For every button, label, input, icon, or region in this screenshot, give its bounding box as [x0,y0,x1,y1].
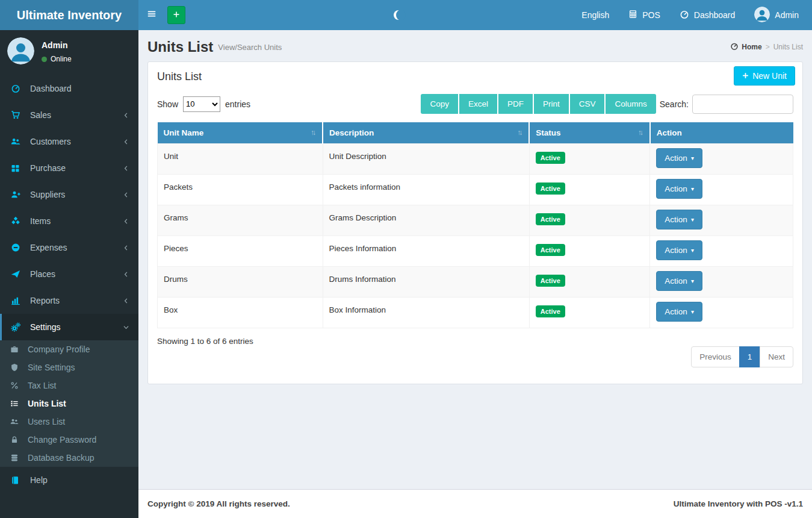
breadcrumb-current: Units List [773,43,803,51]
print-button[interactable]: Print [534,94,570,114]
online-dot-icon [42,57,47,62]
chevron-left-icon [123,139,129,145]
sidebar-item-change-password[interactable]: Change Password [0,431,138,449]
copy-button[interactable]: Copy [421,94,459,114]
chevron-left-icon [123,271,129,278]
sidebar-item-suppliers[interactable]: Suppliers [0,181,138,208]
breadcrumb: Home > Units List [730,42,803,52]
hamburger-icon [147,9,157,21]
unit-name-cell: Unit [158,144,323,175]
excel-button[interactable]: Excel [459,94,498,114]
home-tachometer-icon [730,42,739,52]
sidebar-item-company-profile[interactable]: Company Profile [0,340,138,358]
sidebar-item-reports[interactable]: Reports [0,287,138,314]
pagination-next[interactable]: Next [760,346,793,367]
users-icon [10,417,25,426]
action-dropdown-button[interactable]: Action▾ [656,210,702,229]
toolbar-right: Copy Excel PDF Print CSV Columns Search: [421,94,793,114]
sidebar-toggle-button[interactable] [138,0,165,30]
pagination-previous[interactable]: Previous [691,346,740,367]
caret-down-icon: ▾ [691,216,694,223]
action-cell: Action▾ [650,236,793,267]
dashboard-link[interactable]: Dashboard [670,0,745,30]
table-toolbar: Show 10 entries Copy Excel PDF Print CSV… [148,89,802,122]
column-header-unit-name[interactable]: Unit Name ↑↓ [158,122,323,144]
cubes-icon [11,216,26,226]
action-dropdown-button[interactable]: Action▾ [656,148,702,168]
app-logo[interactable]: Ultimate Inventory [0,0,138,30]
chevron-left-icon [123,218,129,225]
gears-icon [11,322,26,332]
pagination-page-1[interactable]: 1 [739,346,761,367]
sidebar-user-status[interactable]: Online [42,55,72,63]
sidebar-item-purchase[interactable]: Purchase [0,155,138,181]
sidebar-item-items[interactable]: Items [0,208,138,234]
shield-icon [10,363,25,372]
caret-down-icon: ▾ [691,308,694,315]
quick-add-button[interactable] [167,6,185,24]
action-dropdown-button[interactable]: Action▾ [656,302,702,322]
sidebar: Admin Online Dashboard Sales Customers P… [0,30,138,518]
action-cell: Action▾ [650,205,793,236]
sidebar-item-dashboard[interactable]: Dashboard [0,75,138,102]
sidebar-item-places[interactable]: Places [0,261,138,287]
version-text: Ultimate Inventory with POS -v1.1 [674,499,803,508]
book-icon [11,476,26,485]
status-badge: Active [536,152,565,164]
sidebar-item-expenses[interactable]: Expenses [0,234,138,261]
status-badge: Active [536,213,565,225]
sidebar-item-tax-list[interactable]: Tax List [0,376,138,395]
export-button-group: Copy Excel PDF Print CSV Columns [421,94,655,114]
status-cell: Active [529,236,650,267]
csv-button[interactable]: CSV [570,94,606,114]
action-cell: Action▾ [650,175,793,205]
status-cell: Active [529,144,650,175]
paper-plane-icon [11,269,26,279]
description-cell: Box Information [323,298,529,328]
sidebar-item-users-list[interactable]: Users List [0,413,138,431]
sort-icon: ↑↓ [638,128,643,137]
action-cell: Action▾ [650,298,793,328]
pdf-button[interactable]: PDF [498,94,534,114]
show-label: Show [157,99,178,109]
column-header-status[interactable]: Status ↑↓ [529,122,650,144]
status-badge: Active [536,183,565,195]
table-row: Pieces Pieces Information Active Action▾ [158,236,793,267]
sidebar-item-units-list[interactable]: Units List [0,395,138,413]
chevron-left-icon [123,245,129,251]
sidebar-item-database-backup[interactable]: Database Backup [0,449,138,467]
action-dropdown-button[interactable]: Action▾ [656,179,702,199]
minus-circle-icon [11,243,26,252]
unit-name-cell: Packets [158,175,323,205]
page-size-select[interactable]: 10 [183,96,220,112]
page-title: Units List [147,39,213,55]
sidebar-item-settings[interactable]: Settings [0,314,138,340]
columns-button[interactable]: Columns [606,94,655,114]
user-plus-icon [11,190,26,199]
chevron-left-icon [123,192,129,198]
new-unit-button[interactable]: New Unit [734,66,795,86]
plus-icon [742,71,749,81]
unit-name-cell: Pieces [158,236,323,267]
action-dropdown-button[interactable]: Action▾ [656,240,702,260]
sidebar-item-help[interactable]: Help [0,467,138,493]
content-area: Units List View/Search Units Home > Unit… [138,30,812,489]
column-header-action: Action [650,122,793,144]
pos-link[interactable]: POS [619,0,670,30]
units-list-card: Units List New Unit Show 10 entries Copy… [147,61,803,384]
navbar-menu: English POS Dashboard Admin [572,0,812,30]
description-cell: Grams Description [323,205,529,236]
lock-icon [10,435,25,444]
user-menu[interactable]: Admin [745,0,808,30]
search-input[interactable] [692,95,793,114]
breadcrumb-home-link[interactable]: Home [730,42,761,52]
sidebar-item-site-settings[interactable]: Site Settings [0,358,138,376]
language-menu[interactable]: English [572,0,619,30]
sidebar-item-customers[interactable]: Customers [0,128,138,155]
tachometer-icon [680,10,689,21]
action-dropdown-button[interactable]: Action▾ [656,271,702,291]
sidebar-item-sales[interactable]: Sales [0,102,138,128]
column-header-description[interactable]: Description ↑↓ [323,122,529,144]
cart-icon [11,110,26,120]
unit-name-cell: Box [158,298,323,328]
